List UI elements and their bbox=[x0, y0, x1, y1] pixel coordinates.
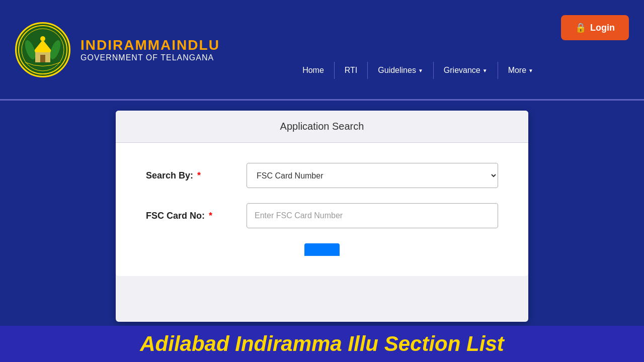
nav-rti[interactable]: RTI bbox=[335, 62, 368, 79]
required-star-1: * bbox=[197, 170, 201, 180]
search-by-select[interactable]: FSC Card Number Aadhaar Number Applicati… bbox=[247, 163, 498, 188]
logo-section: INDIRAMMAINDLU GOVERNMENT OF TELANGANA bbox=[15, 22, 220, 77]
bottom-banner: Adilabad Indiramma Illu Section List bbox=[0, 326, 644, 362]
search-by-label: Search By: * bbox=[146, 170, 247, 181]
search-by-row: Search By: * FSC Card Number Aadhaar Num… bbox=[146, 163, 498, 188]
nav-more[interactable]: More ▼ bbox=[498, 62, 543, 79]
search-card: Application Search Search By: * FSC Card… bbox=[116, 111, 528, 322]
fsc-card-row: FSC Card No: * bbox=[146, 203, 498, 228]
nav-grievance[interactable]: Grievance ▼ bbox=[434, 62, 498, 79]
logo-emblem bbox=[15, 22, 70, 77]
grievance-dropdown-arrow: ▼ bbox=[482, 68, 488, 73]
emblem-svg bbox=[18, 25, 68, 75]
svg-point-5 bbox=[40, 36, 45, 41]
search-card-body: Search By: * FSC Card Number Aadhaar Num… bbox=[116, 143, 528, 276]
site-title: INDIRAMMAINDLU GOVERNMENT OF TELANGANA bbox=[80, 37, 220, 62]
site-subtitle: GOVERNMENT OF TELANGANA bbox=[80, 53, 220, 62]
nav-home[interactable]: Home bbox=[292, 62, 335, 79]
search-btn-area bbox=[146, 243, 498, 256]
required-star-2: * bbox=[209, 211, 212, 221]
more-dropdown-arrow: ▼ bbox=[528, 68, 533, 73]
header: INDIRAMMAINDLU GOVERNMENT OF TELANGANA H… bbox=[0, 0, 644, 101]
fsc-card-input[interactable] bbox=[247, 203, 498, 228]
search-button[interactable] bbox=[304, 243, 340, 256]
svg-rect-4 bbox=[40, 55, 45, 62]
guidelines-dropdown-arrow: ▼ bbox=[418, 68, 423, 73]
bottom-banner-text: Adilabad Indiramma Illu Section List bbox=[140, 332, 504, 355]
fsc-card-label: FSC Card No: * bbox=[146, 211, 247, 221]
main-nav: Home RTI Guidelines ▼ Grievance ▼ More ▼ bbox=[292, 62, 543, 79]
site-name: INDIRAMMAINDLU bbox=[80, 37, 220, 53]
main-content: Application Search Search By: * FSC Card… bbox=[0, 101, 644, 332]
login-button[interactable]: 🔒 Login bbox=[561, 15, 629, 40]
search-form-title: Application Search bbox=[126, 121, 518, 132]
search-card-header: Application Search bbox=[116, 111, 528, 143]
lock-icon: 🔒 bbox=[575, 22, 586, 33]
nav-guidelines[interactable]: Guidelines ▼ bbox=[368, 62, 434, 79]
